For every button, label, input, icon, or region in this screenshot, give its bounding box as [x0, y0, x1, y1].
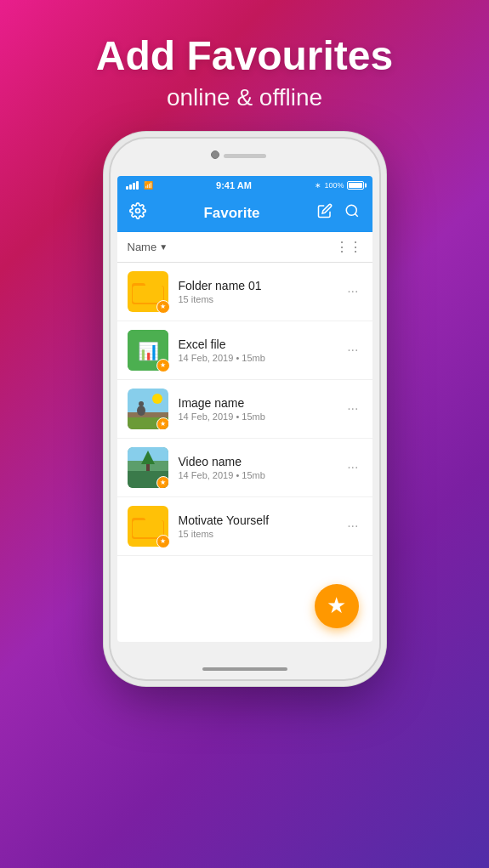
wifi-icon: 📶	[144, 181, 153, 190]
image-thumbnail: ★	[128, 389, 168, 429]
phone-outer: 📶 9:41 AM ∗ 100%	[109, 137, 381, 681]
file-info: Folder name 01 15 items	[179, 279, 344, 304]
hero-title: Add Favourites	[96, 34, 393, 79]
more-options-icon[interactable]: ···	[344, 460, 361, 475]
file-info: Image name 14 Feb, 2019 • 15mb	[179, 396, 344, 422]
edit-icon[interactable]	[317, 203, 333, 223]
settings-icon[interactable]	[129, 202, 146, 224]
svg-point-12	[137, 406, 145, 416]
favorite-badge: ★	[156, 476, 168, 488]
app-bar: Favorite	[117, 195, 372, 232]
list-item[interactable]: ★ Image name 14 Feb, 2019 • 15mb ···	[117, 380, 372, 439]
video-thumbnail: ★	[128, 447, 168, 488]
sort-arrow-icon: ▼	[159, 242, 168, 252]
list-item[interactable]: 📊 ★ Excel file 14 Feb, 2019 • 15mb ···	[117, 321, 372, 380]
file-meta: 14 Feb, 2019 • 15mb	[179, 470, 344, 480]
file-info: Video name 14 Feb, 2019 • 15mb	[179, 455, 344, 480]
more-options-icon[interactable]: ···	[344, 343, 361, 358]
favorite-badge: ★	[156, 359, 170, 372]
folder-thumbnail: ★	[128, 271, 168, 312]
home-indicator	[202, 667, 287, 671]
svg-point-0	[135, 209, 139, 213]
app-bar-actions	[317, 203, 360, 223]
hero-section: Add Favourites online & offline	[96, 34, 393, 111]
battery-percent: 100%	[324, 181, 344, 190]
bluetooth-icon: ∗	[315, 181, 321, 190]
list-item[interactable]: ★ Video name 14 Feb, 2019 • 15mb ···	[117, 439, 372, 497]
list-toolbar: Name ▼ ⋮⋮	[117, 232, 372, 263]
file-name: Motivate Yourself	[179, 513, 344, 527]
folder-thumbnail: ★	[128, 506, 168, 547]
battery-icon	[347, 181, 364, 190]
grid-view-icon[interactable]: ⋮⋮	[335, 239, 362, 255]
svg-line-2	[355, 214, 358, 217]
fab-button[interactable]: ★	[315, 584, 359, 628]
signal-bars	[126, 181, 139, 190]
phone-screen: 📶 9:41 AM ∗ 100%	[117, 176, 372, 642]
status-time: 9:41 AM	[216, 180, 252, 190]
file-name: Video name	[179, 455, 344, 468]
file-name: Excel file	[179, 338, 344, 351]
svg-rect-21	[133, 520, 163, 537]
signal-bar-2	[129, 184, 132, 190]
sort-name: Name	[128, 241, 157, 253]
app-bar-title: Favorite	[203, 205, 259, 222]
file-meta: 14 Feb, 2019 • 15mb	[179, 353, 344, 363]
svg-rect-18	[146, 464, 150, 471]
file-info: Excel file 14 Feb, 2019 • 15mb	[179, 338, 344, 363]
svg-point-11	[152, 394, 162, 404]
signal-bar-3	[133, 183, 135, 190]
search-icon[interactable]	[344, 203, 360, 223]
hero-subtitle: online & offline	[96, 84, 393, 111]
file-info: Motivate Yourself 15 items	[179, 513, 344, 539]
file-meta: 14 Feb, 2019 • 15mb	[179, 411, 344, 422]
file-meta: 15 items	[179, 294, 344, 304]
status-right: ∗ 100%	[315, 181, 363, 190]
svg-point-13	[139, 401, 144, 406]
excel-thumbnail: 📊 ★	[128, 330, 168, 371]
file-meta: 15 items	[179, 529, 344, 539]
more-options-icon[interactable]: ···	[344, 284, 361, 299]
phone-mockup: 📶 9:41 AM ∗ 100%	[109, 137, 381, 681]
svg-text:📊: 📊	[137, 341, 158, 361]
svg-rect-5	[133, 286, 163, 303]
file-name: Image name	[179, 396, 344, 410]
file-name: Folder name 01	[179, 279, 344, 292]
status-bar: 📶 9:41 AM ∗ 100%	[117, 176, 372, 195]
signal-bar-4	[136, 181, 139, 190]
list-item[interactable]: ★ Motivate Yourself 15 items ···	[117, 497, 372, 556]
signal-bar-1	[126, 186, 128, 190]
sort-label[interactable]: Name ▼	[128, 241, 168, 253]
fab-star-icon: ★	[327, 593, 346, 619]
favorite-badge: ★	[156, 300, 170, 314]
phone-speaker	[224, 154, 266, 158]
favorite-badge: ★	[156, 417, 168, 429]
svg-point-1	[347, 206, 357, 216]
battery-fill	[349, 183, 362, 188]
more-options-icon[interactable]: ···	[344, 519, 361, 534]
more-options-icon[interactable]: ···	[344, 401, 361, 417]
signal-area: 📶	[126, 181, 153, 190]
list-item[interactable]: ★ Folder name 01 15 items ···	[117, 263, 372, 321]
phone-camera	[211, 150, 219, 159]
favorite-badge: ★	[156, 535, 170, 548]
